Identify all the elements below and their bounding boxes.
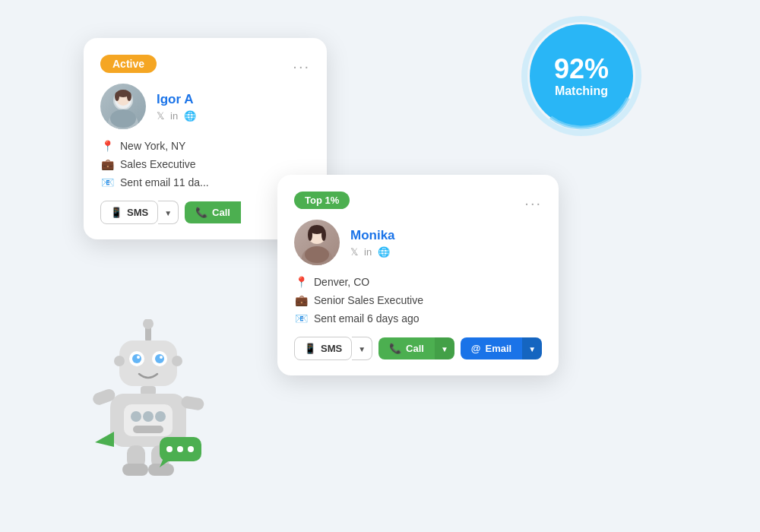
monika-sms-label: SMS — [321, 343, 342, 354]
monika-job-icon: 💼 — [294, 294, 308, 306]
igor-avatar — [100, 84, 146, 129]
svg-point-24 — [137, 356, 140, 359]
igor-location-icon: 📍 — [100, 140, 114, 152]
igor-call-icon: 📞 — [195, 207, 207, 218]
monika-job: Senior Sales Executive — [314, 294, 423, 306]
svg-point-27 — [172, 356, 182, 366]
svg-point-18 — [143, 319, 154, 329]
svg-point-7 — [127, 92, 131, 101]
monika-profile-row: Monika 𝕏 in 🌐 — [294, 220, 542, 265]
igor-card-header: Active ... — [100, 55, 310, 73]
monika-call-dropdown[interactable]: ▼ — [435, 337, 454, 359]
monika-location-icon: 📍 — [294, 276, 308, 288]
igor-more-menu[interactable]: ... — [293, 55, 310, 72]
monika-card-header: Top 1% ... — [294, 192, 542, 209]
monika-sms-dropdown[interactable]: ▼ — [352, 337, 372, 360]
monika-more-menu[interactable]: ... — [524, 192, 542, 209]
svg-rect-34 — [133, 426, 163, 433]
svg-point-43 — [177, 446, 183, 452]
monika-email-group: @ Email ▼ — [461, 337, 542, 359]
monika-location: Denver, CO — [314, 276, 369, 288]
svg-rect-19 — [119, 340, 177, 386]
igor-call-group: 📞 Call — [185, 201, 241, 223]
monika-job-row: 💼 Senior Sales Executive — [294, 294, 542, 306]
monika-web-icon[interactable]: 🌐 — [378, 246, 390, 258]
svg-point-13 — [305, 246, 329, 263]
svg-point-22 — [132, 354, 141, 363]
active-badge: Active — [100, 55, 157, 73]
monika-activity: Sent email 6 days ago — [314, 312, 420, 325]
igor-location-row: 📍 New York, NY — [100, 140, 310, 152]
monika-name: Monika — [350, 228, 395, 243]
svg-point-6 — [115, 92, 119, 101]
igor-location: New York, NY — [120, 140, 185, 152]
monika-email-label: Email — [486, 343, 512, 354]
igor-name: Igor A — [157, 92, 196, 107]
monika-linkedin-icon[interactable]: in — [364, 246, 372, 258]
igor-twitter-icon[interactable]: 𝕏 — [157, 110, 164, 122]
monika-email-button[interactable]: @ Email — [461, 337, 522, 359]
svg-point-25 — [160, 356, 163, 359]
monika-email-dropdown[interactable]: ▼ — [522, 337, 542, 359]
igor-job: Sales Executive — [120, 158, 196, 170]
svg-marker-46 — [95, 432, 114, 447]
monika-call-button[interactable]: 📞 Call — [378, 337, 435, 359]
svg-point-23 — [155, 354, 164, 363]
igor-job-row: 💼 Sales Executive — [100, 158, 310, 170]
robot-illustration — [87, 319, 209, 471]
igor-profile-row: Igor A 𝕏 in 🌐 — [100, 84, 310, 129]
igor-call-label: Call — [212, 207, 230, 218]
monika-activity-row: 📧 Sent email 6 days ago — [294, 312, 542, 325]
igor-job-icon: 💼 — [100, 158, 114, 170]
svg-point-44 — [188, 446, 194, 452]
svg-point-33 — [155, 411, 166, 422]
igor-sms-group: 📱 SMS ▼ — [100, 201, 179, 224]
monika-social-icons: 𝕏 in 🌐 — [350, 246, 395, 258]
igor-activity: Sent email 11 da... — [120, 176, 209, 188]
igor-linkedin-icon[interactable]: in — [170, 110, 178, 122]
monika-activity-icon: 📧 — [294, 312, 308, 325]
monika-call-label: Call — [406, 343, 424, 354]
monika-sms-group: 📱 SMS ▼ — [294, 337, 372, 360]
svg-point-12 — [321, 229, 326, 241]
matching-label: Matching — [554, 84, 609, 98]
monika-location-row: 📍 Denver, CO — [294, 276, 542, 288]
matching-text: 92% Matching — [554, 54, 609, 98]
svg-point-31 — [131, 411, 141, 422]
igor-web-icon[interactable]: 🌐 — [184, 110, 196, 122]
igor-sms-label: SMS — [127, 207, 148, 218]
igor-sms-dropdown[interactable]: ▼ — [158, 201, 179, 224]
monika-avatar — [294, 220, 340, 265]
monika-call-group: 📞 Call ▼ — [378, 337, 454, 359]
top-badge: Top 1% — [294, 192, 350, 209]
monika-email-icon: @ — [471, 343, 481, 354]
igor-sms-chevron-icon: ▼ — [164, 209, 172, 217]
igor-sms-button[interactable]: 📱 SMS — [100, 201, 158, 224]
monika-profile-info: Monika 𝕏 in 🌐 — [350, 228, 395, 258]
svg-point-26 — [114, 356, 125, 366]
matching-percent: 92% — [554, 54, 609, 84]
monika-twitter-icon[interactable]: 𝕏 — [350, 246, 358, 258]
monika-email-chevron-icon: ▼ — [528, 345, 536, 353]
igor-social-icons: 𝕏 in 🌐 — [157, 110, 196, 122]
igor-call-button[interactable]: 📞 Call — [185, 201, 241, 223]
monika-call-icon: 📞 — [389, 343, 401, 354]
svg-point-11 — [308, 229, 312, 241]
monika-call-chevron-icon: ▼ — [441, 345, 448, 353]
monika-sms-chevron-icon: ▼ — [358, 345, 366, 353]
matching-circle: 92% Matching — [521, 15, 642, 137]
svg-point-4 — [110, 109, 136, 128]
svg-point-42 — [166, 446, 173, 452]
monika-sms-icon: 📱 — [304, 343, 316, 354]
igor-profile-info: Igor A 𝕏 in 🌐 — [157, 92, 196, 122]
monika-card-actions: 📱 SMS ▼ 📞 Call ▼ @ Email — [294, 337, 542, 360]
monika-sms-button[interactable]: 📱 SMS — [294, 337, 352, 360]
svg-rect-37 — [122, 464, 148, 476]
igor-activity-icon: 📧 — [100, 176, 114, 188]
card-monika: Top 1% ... Monika 𝕏 in — [277, 175, 559, 375]
svg-point-32 — [143, 411, 154, 422]
igor-sms-icon: 📱 — [110, 207, 122, 218]
